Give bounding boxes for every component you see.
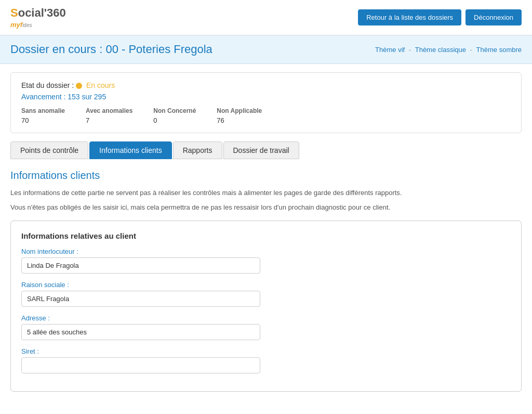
stats-col-2: Non Concerné0 xyxy=(153,107,196,124)
theme-classique-link[interactable]: Thème classique xyxy=(415,46,466,54)
stats-col-3: Non Applicable76 xyxy=(217,107,262,124)
theme-links: Thème vif - Thème classique - Thème somb… xyxy=(375,46,522,54)
field-label-2: Adresse : xyxy=(21,314,511,322)
avancement-value: 153 sur 295 xyxy=(68,93,106,101)
stats-header-3: Non Applicable xyxy=(217,107,262,114)
main-content: Informations clients Les informations de… xyxy=(0,159,532,402)
back-to-list-button[interactable]: Retour à la liste des dossiers xyxy=(358,9,461,25)
section-title: Informations clients xyxy=(10,170,522,182)
stats-header-1: Avec anomalies xyxy=(86,107,132,114)
avancement-row: Avancement : 153 sur 295 xyxy=(21,93,511,101)
theme-separator-2: - xyxy=(470,46,474,54)
client-card-title: Informations relatives au client xyxy=(21,231,511,240)
tab-points-de-contrle[interactable]: Points de contrôle xyxy=(10,141,88,159)
logo-title: Social'360 xyxy=(10,6,66,20)
section-desc-2: Vous n'êtes pas obligés de les saisir ic… xyxy=(10,202,522,213)
field-group-3: Siret : xyxy=(21,347,511,373)
tab-dossier-de-travail[interactable]: Dossier de travail xyxy=(223,141,299,159)
tabs-bar: Points de contrôleInformations clientsRa… xyxy=(0,141,532,159)
theme-vif-link[interactable]: Thème vif xyxy=(375,46,405,54)
logo-subtitle: myfides xyxy=(10,21,66,29)
fields-container: Nom interlocuteur :Raison sociale :Adres… xyxy=(21,248,511,373)
stats-value-1: 7 xyxy=(86,117,89,124)
avancement-label: Avancement : xyxy=(21,93,68,101)
stats-header-2: Non Concerné xyxy=(153,107,196,114)
field-group-0: Nom interlocuteur : xyxy=(21,248,511,274)
stats-col-1: Avec anomalies7 xyxy=(86,107,132,124)
stats-value-2: 0 xyxy=(153,117,157,124)
dossier-banner: Dossier en cours : 00 - Poteries Fregola… xyxy=(0,35,532,64)
field-label-0: Nom interlocuteur : xyxy=(21,248,511,255)
field-input-0[interactable] xyxy=(21,257,260,274)
field-input-3[interactable] xyxy=(21,357,260,373)
stats-col-0: Sans anomalie70 xyxy=(21,107,65,124)
theme-separator-1: - xyxy=(409,46,413,54)
section-desc-1: Les informations de cette partie ne serv… xyxy=(10,188,522,198)
field-input-2[interactable] xyxy=(21,324,260,340)
status-badge-dot xyxy=(76,83,82,89)
client-card: Informations relatives au client Nom int… xyxy=(10,221,522,392)
stats-header-0: Sans anomalie xyxy=(21,107,65,114)
tab-rapports[interactable]: Rapports xyxy=(173,141,222,159)
theme-sombre-link[interactable]: Thème sombre xyxy=(476,46,522,54)
status-card: Etat du dossier : En cours Avancement : … xyxy=(10,72,522,133)
field-label-1: Raison sociale : xyxy=(21,281,511,289)
header-buttons: Retour à la liste des dossiers Déconnexi… xyxy=(358,9,522,25)
logo: Social'360 myfides xyxy=(10,6,66,29)
field-group-2: Adresse : xyxy=(21,314,511,340)
logo-highlight: S xyxy=(10,6,18,19)
etat-value: En cours xyxy=(86,81,115,89)
field-input-1[interactable] xyxy=(21,291,260,307)
tab-informations-clients[interactable]: Informations clients xyxy=(89,141,172,159)
field-label-3: Siret : xyxy=(21,347,511,355)
status-row: Etat du dossier : En cours xyxy=(21,81,511,89)
stats-value-0: 70 xyxy=(21,117,29,124)
logout-button[interactable]: Déconnexion xyxy=(466,9,522,25)
field-group-1: Raison sociale : xyxy=(21,281,511,307)
stats-value-3: 76 xyxy=(217,117,224,124)
page-header: Social'360 myfides Retour à la liste des… xyxy=(0,0,532,35)
dossier-title: Dossier en cours : 00 - Poteries Fregola xyxy=(10,43,212,56)
stats-table: Sans anomalie70Avec anomalies7Non Concer… xyxy=(21,107,511,124)
etat-label: Etat du dossier : xyxy=(21,81,74,89)
